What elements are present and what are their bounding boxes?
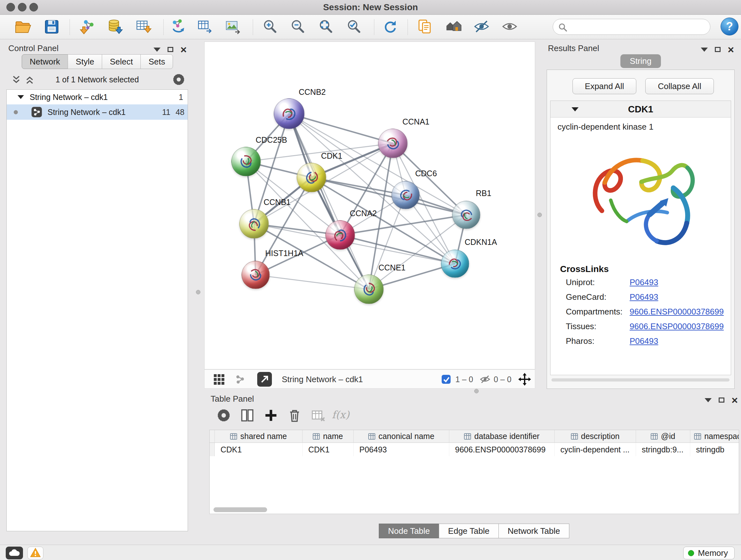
network-node-hist1h1a[interactable] (242, 261, 270, 289)
help-button[interactable]: ? (721, 17, 738, 36)
add-column-icon[interactable] (264, 408, 278, 424)
zoom-in-button[interactable] (261, 18, 280, 37)
tab-network[interactable]: Network (22, 54, 68, 69)
delete-table-icon[interactable] (311, 408, 326, 424)
results-horizontal-scrollbar[interactable] (551, 378, 730, 381)
copy-document-button[interactable] (416, 18, 434, 37)
control-panel-float-icon[interactable] (167, 47, 173, 52)
table-horizontal-scrollbar[interactable] (213, 507, 267, 512)
warning-button[interactable] (27, 547, 44, 559)
network-node-ccnb2[interactable] (274, 98, 305, 129)
table-cell[interactable]: CDK1 (215, 443, 302, 456)
table-cell[interactable]: stringdb:9... (636, 443, 690, 456)
selected-checkbox-icon[interactable] (441, 374, 451, 385)
tab-edge-table[interactable]: Edge Table (439, 523, 499, 538)
import-network-from-database-button[interactable] (105, 18, 124, 37)
import-table-from-file-button[interactable] (134, 18, 152, 37)
crosslink-link[interactable]: P06493 (630, 334, 658, 348)
tab-network-table[interactable]: Network Table (498, 523, 569, 538)
crosslink-link[interactable]: P06493 (630, 290, 658, 304)
table-panel-menu-icon[interactable] (704, 398, 712, 402)
minimize-window-button[interactable] (18, 3, 26, 11)
show-glass-button[interactable] (500, 18, 519, 37)
cloud-button[interactable] (6, 547, 23, 559)
column-header--id[interactable]: @id (636, 430, 690, 443)
column-header-canonical-name[interactable]: canonical name (354, 430, 449, 443)
network-node-cdc25b[interactable] (231, 147, 261, 176)
memory-button[interactable]: Memory (683, 547, 735, 559)
network-node-ccna1[interactable] (378, 129, 408, 158)
import-network-from-file-button[interactable] (78, 18, 97, 37)
network-node-ccne1[interactable] (354, 274, 384, 304)
network-canvas[interactable]: CCNB2 CCNA1 CDC25B CDK1 CDC6 RB1 CCNB1 C… (204, 42, 535, 369)
hidden-eye-slash-icon[interactable] (480, 374, 490, 385)
crosslink-link[interactable]: P06493 (630, 275, 658, 290)
tab-select[interactable]: Select (102, 54, 141, 69)
network-node-cdc6[interactable] (392, 181, 420, 209)
open-session-button[interactable] (14, 18, 32, 37)
table-panel-close-icon[interactable]: × (731, 395, 738, 406)
results-panel-float-icon[interactable] (715, 47, 721, 52)
zoom-out-button[interactable] (289, 18, 307, 37)
right-splitter-handle[interactable] (537, 212, 542, 217)
gear-icon[interactable] (172, 73, 185, 87)
tree-expander-icon[interactable] (17, 95, 24, 99)
clone-network-button[interactable] (170, 18, 188, 37)
tab-sets[interactable]: Sets (140, 54, 173, 69)
save-session-button[interactable] (43, 18, 61, 37)
column-header-description[interactable]: description (555, 430, 636, 443)
table-cell[interactable]: stringdb (690, 443, 739, 456)
column-header-namespace[interactable]: namespace (690, 430, 739, 443)
crosslink-link[interactable]: 9606.ENSP00000378699 (630, 319, 724, 334)
table-panel-float-icon[interactable] (719, 397, 724, 402)
network-node-label: CDK1 (321, 151, 342, 161)
table-gear-icon[interactable] (216, 408, 231, 424)
tab-string[interactable]: String (620, 54, 661, 68)
protein-card-header[interactable]: CDK1 (550, 101, 731, 118)
search-input[interactable] (571, 20, 705, 33)
tab-style[interactable]: Style (68, 54, 102, 69)
network-node-rb1[interactable] (452, 201, 480, 229)
column-header-shared-name[interactable]: shared name (215, 430, 302, 443)
grid-view-icon[interactable] (213, 373, 225, 387)
column-header-database-identifier[interactable]: database identifier (449, 430, 555, 443)
titlebar: Session: New Session (0, 0, 741, 15)
select-columns-icon[interactable] (240, 408, 255, 424)
bottom-splitter-handle[interactable] (474, 389, 479, 393)
hide-glass-button[interactable] (472, 18, 491, 37)
table-cell[interactable]: cyclin-dependent ... (555, 443, 636, 456)
control-panel-menu-icon[interactable] (153, 48, 160, 52)
network-node-cdk1[interactable] (297, 163, 326, 192)
zoom-window-button[interactable] (29, 3, 38, 11)
expand-all-button[interactable]: Expand All (572, 78, 636, 94)
network-node-ccna2[interactable] (326, 220, 355, 250)
network-table-button[interactable] (196, 18, 214, 37)
table-cell[interactable]: P06493 (354, 443, 449, 456)
pan-crosshair-icon[interactable] (518, 373, 531, 387)
results-panel-menu-icon[interactable] (701, 48, 708, 52)
open-external-button[interactable] (257, 372, 272, 387)
share-network-icon[interactable] (234, 373, 246, 387)
refresh-layout-button[interactable] (381, 18, 399, 37)
results-panel-close-icon[interactable]: × (728, 44, 734, 55)
left-splitter-handle[interactable] (196, 290, 200, 294)
network-collection-row[interactable]: String Network – cdk1 1 (7, 90, 188, 105)
network-node-cdkn1a[interactable] (441, 250, 469, 278)
control-panel-close-icon[interactable]: × (180, 44, 187, 55)
delete-column-icon[interactable] (287, 408, 302, 424)
crosslink-link[interactable]: 9606.ENSP00000378699 (630, 304, 724, 319)
close-window-button[interactable] (6, 3, 15, 11)
network-node-ccnb1[interactable] (239, 209, 269, 239)
table-cell[interactable]: CDK1 (302, 443, 354, 456)
table-cell[interactable]: 9606.ENSP00000378699 (449, 443, 555, 456)
column-header-name[interactable]: name (302, 430, 354, 443)
collapse-all-button[interactable]: Collapse All (645, 78, 714, 94)
tab-node-table[interactable]: Node Table (379, 523, 439, 538)
zoom-selected-button[interactable] (345, 18, 363, 37)
zoom-fit-button[interactable] (317, 18, 335, 37)
protein-description: cyclin-dependent kinase 1 (550, 118, 731, 132)
export-image-button[interactable] (224, 18, 242, 37)
function-builder-icon[interactable]: f(x) (332, 409, 349, 421)
string-home-button[interactable] (445, 18, 463, 37)
network-row-selected[interactable]: String Network – cdk1 11 48 (7, 105, 188, 120)
